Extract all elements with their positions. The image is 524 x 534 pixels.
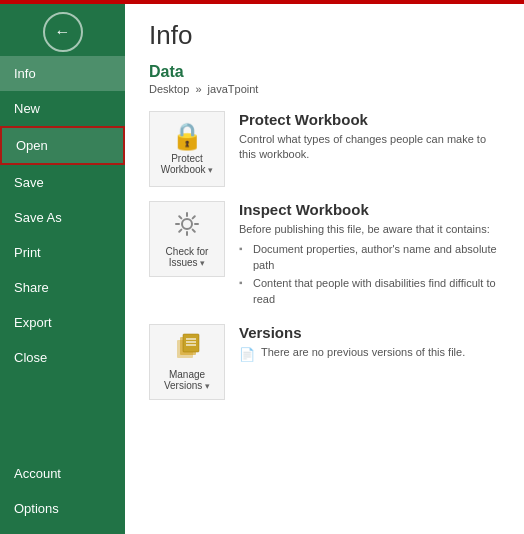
versions-desc-text: There are no previous versions of this f… (261, 345, 465, 360)
inspect-workbook-card: Check forIssues ▾ Inspect Workbook Befor… (149, 201, 500, 310)
list-item-2: Content that people with disabilities fi… (239, 276, 500, 307)
sidebar-item-options[interactable]: Options (0, 491, 125, 526)
file-path: Desktop » javaTpoint (149, 83, 500, 95)
check-issues-button[interactable]: Check forIssues ▾ (149, 201, 225, 277)
sidebar-item-print[interactable]: Print (0, 235, 125, 270)
sidebar: ← Info New Open Save Save As Print Share… (0, 0, 125, 534)
inspect-workbook-title: Inspect Workbook (239, 201, 500, 218)
protect-workbook-text: Protect Workbook Control what types of c… (239, 111, 500, 163)
sidebar-item-label: Save As (14, 210, 62, 225)
back-button[interactable]: ← (43, 12, 83, 52)
file-section-name: Data (149, 63, 500, 81)
protect-workbook-icon-label: ProtectWorkbook ▾ (161, 153, 214, 175)
sidebar-item-label: Info (14, 66, 36, 81)
protect-workbook-button[interactable]: 🔒 ProtectWorkbook ▾ (149, 111, 225, 187)
versions-desc: 📄 There are no previous versions of this… (239, 345, 500, 364)
lock-icon: 🔒 (171, 123, 203, 149)
versions-card: ManageVersions ▾ Versions 📄 There are no… (149, 324, 500, 400)
check-issues-icon-label: Check forIssues ▾ (166, 246, 209, 268)
protect-workbook-title: Protect Workbook (239, 111, 500, 128)
protect-workbook-desc: Control what types of changes people can… (239, 132, 500, 163)
sidebar-item-label: Close (14, 350, 47, 365)
sidebar-item-label: Open (16, 138, 48, 153)
path-separator: » (195, 83, 204, 95)
versions-title: Versions (239, 324, 500, 341)
inspect-workbook-list: Document properties, author's name and a… (239, 242, 500, 307)
file-section: Data Desktop » javaTpoint (149, 63, 500, 95)
sidebar-item-new[interactable]: New (0, 91, 125, 126)
path-javatpoint: javaTpoint (208, 83, 259, 95)
protect-workbook-card: 🔒 ProtectWorkbook ▾ Protect Workbook Con… (149, 111, 500, 187)
versions-icon (172, 333, 202, 365)
inspect-workbook-desc: Before publishing this file, be aware th… (239, 222, 500, 237)
sidebar-item-label: Options (14, 501, 59, 516)
sidebar-item-save-as[interactable]: Save As (0, 200, 125, 235)
sidebar-bottom: Account Options (0, 456, 125, 526)
svg-rect-3 (183, 334, 199, 352)
back-icon: ← (55, 23, 71, 41)
versions-text: Versions 📄 There are no previous version… (239, 324, 500, 364)
inspect-icon (173, 210, 201, 242)
main-content: Info Data Desktop » javaTpoint 🔒 Protect… (125, 0, 524, 534)
sidebar-item-close[interactable]: Close (0, 340, 125, 375)
list-item-1: Document properties, author's name and a… (239, 242, 500, 273)
sidebar-item-label: Account (14, 466, 61, 481)
sidebar-item-label: Print (14, 245, 41, 260)
manage-versions-button[interactable]: ManageVersions ▾ (149, 324, 225, 400)
sidebar-item-label: Save (14, 175, 44, 190)
svg-point-0 (182, 219, 192, 229)
versions-icon-small: 📄 (239, 346, 255, 364)
sidebar-item-label: Export (14, 315, 52, 330)
sidebar-item-save[interactable]: Save (0, 165, 125, 200)
path-desktop: Desktop (149, 83, 189, 95)
page-title: Info (149, 20, 500, 51)
sidebar-item-info[interactable]: Info (0, 56, 125, 91)
sidebar-item-share[interactable]: Share (0, 270, 125, 305)
sidebar-item-export[interactable]: Export (0, 305, 125, 340)
inspect-workbook-text: Inspect Workbook Before publishing this … (239, 201, 500, 310)
manage-versions-icon-label: ManageVersions ▾ (164, 369, 210, 391)
top-accent-bar (0, 0, 524, 4)
sidebar-item-label: Share (14, 280, 49, 295)
sidebar-item-open[interactable]: Open (0, 126, 125, 165)
sidebar-item-label: New (14, 101, 40, 116)
sidebar-item-account[interactable]: Account (0, 456, 125, 491)
